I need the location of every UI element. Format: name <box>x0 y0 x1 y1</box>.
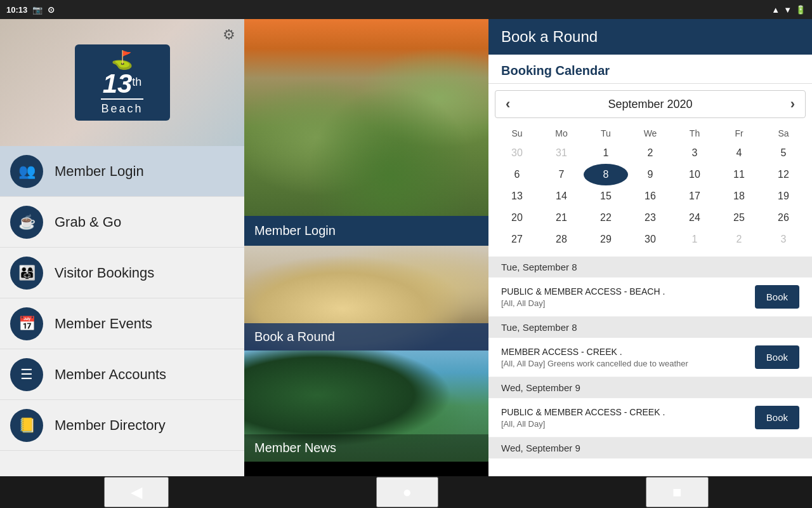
event-date-header: Wed, September 9 <box>488 377 812 398</box>
calendar-day-cell[interactable]: 20 <box>495 207 539 229</box>
calendar-day-cell[interactable]: 9 <box>628 164 672 185</box>
sidebar-item-visitor-bookings[interactable]: 👨‍👩‍👧 Visitor Bookings <box>0 248 244 298</box>
logo-box: ⛳ 13 th Beach <box>75 44 170 121</box>
calendar-day-cell[interactable]: 3 <box>672 142 717 164</box>
calendar-next-button[interactable]: › <box>780 93 805 115</box>
calendar-day-cell[interactable]: 23 <box>628 207 672 229</box>
calendar-day-cell[interactable]: 6 <box>495 164 539 185</box>
calendar-day-cell[interactable]: 13 <box>495 185 539 207</box>
book-button[interactable]: Book <box>755 285 799 309</box>
recent-apps-button[interactable]: ■ <box>646 477 709 507</box>
book-button[interactable]: Book <box>755 345 799 369</box>
calendar-prev-button[interactable]: ‹ <box>495 93 520 115</box>
member-login-banner-label: Member Login <box>254 224 336 237</box>
calendar-day-cell[interactable]: 12 <box>761 164 806 185</box>
status-bar: 10:13 📷 ⊙ ▲ ▼ 🔋 <box>0 0 812 19</box>
member-news-image[interactable]: Member News <box>244 351 488 462</box>
calendar-day-cell[interactable]: 22 <box>584 207 628 229</box>
grab-go-label: Grab & Go <box>55 214 121 231</box>
calendar-day-cell[interactable]: 30 <box>628 229 672 250</box>
weekday-mo: Mo <box>539 124 584 142</box>
booking-calendar-title: Booking Calendar <box>488 55 812 84</box>
calendar-day-cell[interactable]: 1 <box>672 229 717 250</box>
sidebar-item-member-accounts[interactable]: ☰ Member Accounts <box>0 349 244 400</box>
booking-panel: Book a Round Booking Calendar ‹ Septembe… <box>488 19 812 508</box>
sidebar-logo: ⛳ 13 th Beach ⚙ <box>0 19 244 146</box>
settings-gear-icon[interactable]: ⚙ <box>223 27 235 43</box>
sidebar-item-member-directory[interactable]: 📒 Member Directory <box>0 400 244 451</box>
calendar-day-cell[interactable]: 4 <box>717 142 761 164</box>
system-icons: ▲ ▼ 🔋 <box>771 5 806 15</box>
weekday-tu: Tu <box>584 124 628 142</box>
logo-flag: ⛳ <box>111 50 133 70</box>
calendar-day-cell[interactable]: 27 <box>495 229 539 250</box>
calendar-week-row: 303112345 <box>495 142 806 164</box>
member-events-icon: 📅 <box>10 307 43 340</box>
calendar-day-cell[interactable]: 21 <box>539 207 584 229</box>
visitor-bookings-label: Visitor Bookings <box>55 265 154 281</box>
calendar-month-label: September 2020 <box>608 98 692 111</box>
battery-icon: 🔋 <box>796 5 806 15</box>
sidebar-item-grab-go[interactable]: ☕ Grab & Go <box>0 197 244 248</box>
event-title: PUBLIC & MEMBER ACCESS - CREEK . <box>501 407 755 417</box>
back-button[interactable]: ◀ <box>104 477 169 507</box>
home-button[interactable]: ● <box>376 477 439 507</box>
weekday-th: Th <box>672 124 717 142</box>
book-a-round-image[interactable]: Book a Round <box>244 246 488 351</box>
calendar-day-cell[interactable]: 5 <box>761 142 806 164</box>
calendar-day-cell[interactable]: 17 <box>672 185 717 207</box>
sidebar-item-member-login[interactable]: 👥 Member Login <box>0 146 244 197</box>
event-title: PUBLIC & MEMBER ACCESS - BEACH . <box>501 286 755 297</box>
calendar-day-cell[interactable]: 31 <box>539 142 584 164</box>
event-date-header: Tue, September 8 <box>488 257 812 277</box>
time-display: 10:13 <box>6 5 27 15</box>
weekday-sa: Sa <box>761 124 806 142</box>
event-sub: [All, All Day] Greens work cancelled due… <box>501 359 755 368</box>
calendar-day-cell[interactable]: 2 <box>717 229 761 250</box>
booking-title: Book a Round <box>501 28 598 45</box>
event-title: MEMBER ACCESS - CREEK . <box>501 347 755 357</box>
calendar-nav: ‹ September 2020 › <box>495 90 806 118</box>
calendar-day-cell[interactable]: 2 <box>628 142 672 164</box>
calendar-day-cell[interactable]: 19 <box>761 185 806 207</box>
calendar-body: 3031123456789101112131415161718192021222… <box>495 142 806 250</box>
image-grid: Member Login Book a Round Member News <box>244 19 488 508</box>
event-info: PUBLIC & MEMBER ACCESS - BEACH .[All, Al… <box>501 286 755 308</box>
calendar-day-cell[interactable]: 24 <box>672 207 717 229</box>
calendar-day-cell[interactable]: 1 <box>584 142 628 164</box>
member-login-banner[interactable]: Member Login <box>244 216 488 246</box>
event-date-header: Tue, September 8 <box>488 317 812 338</box>
calendar-day-cell[interactable]: 11 <box>717 164 761 185</box>
calendar-day-cell[interactable]: 30 <box>495 142 539 164</box>
calendar-day-cell[interactable]: 16 <box>628 185 672 207</box>
calendar-day-cell[interactable]: 10 <box>672 164 717 185</box>
calendar-day-cell[interactable]: 14 <box>539 185 584 207</box>
calendar-week-row: 13141516171819 <box>495 185 806 207</box>
golf-course-image-top <box>244 19 488 216</box>
bottom-navigation: ◀ ● ■ <box>0 476 812 508</box>
calendar-day-cell[interactable]: 26 <box>761 207 806 229</box>
grab-go-icon: ☕ <box>10 206 43 239</box>
calendar-day-cell[interactable]: 18 <box>717 185 761 207</box>
calendar-day-cell[interactable]: 7 <box>539 164 584 185</box>
weekday-we: We <box>628 124 672 142</box>
calendar-week-row: 27282930123 <box>495 229 806 250</box>
calendar-day-cell[interactable]: 15 <box>584 185 628 207</box>
calendar-day-cell[interactable]: 28 <box>539 229 584 250</box>
event-info: PUBLIC & MEMBER ACCESS - CREEK .[All, Al… <box>501 407 755 429</box>
sidebar-item-member-events[interactable]: 📅 Member Events <box>0 298 244 349</box>
calendar-day-cell[interactable]: 3 <box>761 229 806 250</box>
weekday-fr: Fr <box>717 124 761 142</box>
book-button[interactable]: Book <box>755 406 799 429</box>
main-layout: ⛳ 13 th Beach ⚙ 👥 Member Login ☕ Grab & … <box>0 19 812 508</box>
event-row: PUBLIC & MEMBER ACCESS - CREEK .[All, Al… <box>488 398 812 438</box>
calendar-day-cell[interactable]: 25 <box>717 207 761 229</box>
event-row: MEMBER ACCESS - CREEK .[All, All Day] Gr… <box>488 338 812 377</box>
calendar-week-row: 20212223242526 <box>495 207 806 229</box>
event-sub: [All, All Day] <box>501 419 755 429</box>
calendar: ‹ September 2020 › Su Mo Tu We Th Fr Sa <box>488 84 812 257</box>
calendar-day-cell[interactable]: 8 <box>584 164 628 185</box>
calendar-day-cell[interactable]: 29 <box>584 229 628 250</box>
signal-icon: ▼ <box>783 5 792 15</box>
member-events-label: Member Events <box>55 316 152 332</box>
